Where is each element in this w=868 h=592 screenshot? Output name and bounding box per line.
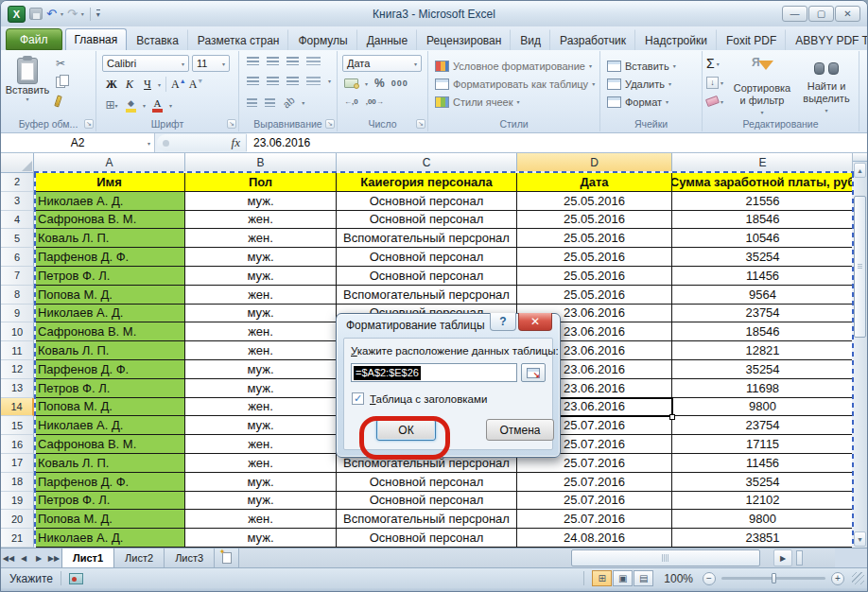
orientation-button[interactable]: ab — [281, 94, 297, 110]
delete-cells-button[interactable]: Удалить▾ — [602, 75, 700, 93]
cell-D8[interactable]: 25.05.2016 — [517, 286, 672, 305]
range-input[interactable]: =$A$2:$E$26 — [351, 363, 517, 382]
cell-D19[interactable]: 25.07.2016 — [517, 492, 672, 511]
bold-button[interactable]: Ж — [104, 77, 119, 92]
row-header-11[interactable]: 11 — [1, 341, 34, 360]
underline-dropdown-icon[interactable]: ▾ — [158, 81, 161, 88]
column-header-E[interactable]: E — [672, 153, 854, 173]
alignment-dialog-launcher-icon[interactable]: ↘ — [325, 119, 335, 129]
column-header-A[interactable]: A — [34, 153, 185, 173]
sheet-tab-Лист1[interactable]: Лист1 — [61, 548, 114, 567]
cell-E15[interactable]: 23754 — [672, 416, 854, 435]
align-middle-button[interactable] — [267, 57, 279, 65]
font-family-select[interactable]: Calibri▾ — [102, 55, 189, 72]
paste-button[interactable]: Вставить ▾ — [6, 55, 49, 117]
name-box-dropdown-icon[interactable]: ▾ — [148, 140, 150, 147]
sheet-tab-Лист3[interactable]: Лист3 — [165, 548, 215, 567]
cell-E8[interactable]: 9564 — [672, 286, 854, 305]
cell-E7[interactable]: 11456 — [672, 267, 854, 286]
zoom-level[interactable]: 100% — [664, 572, 693, 585]
decrease-decimal-button[interactable]: ,00→ — [366, 97, 384, 106]
cell-A9[interactable]: Николаев А. Д. — [34, 305, 185, 323]
cell-A2[interactable]: Имя — [34, 173, 185, 192]
tab-Надстройки[interactable]: Надстройки — [635, 29, 717, 50]
insert-cells-button[interactable]: Вставить▾ — [602, 57, 700, 75]
wrap-text-button[interactable] — [306, 57, 321, 65]
row-header-10[interactable]: 10 — [1, 322, 34, 341]
cell-styles-button[interactable]: Стили ячеек▾ — [430, 93, 598, 111]
format-button[interactable]: Формат▾ — [602, 93, 700, 111]
align-right-button[interactable] — [286, 77, 299, 85]
cell-E19[interactable]: 12102 — [672, 492, 854, 511]
headers-checkbox[interactable]: ✓ — [352, 392, 364, 405]
redo-icon[interactable]: ↷ — [67, 8, 78, 20]
cell-C5[interactable]: Вспомогательный персронал — [337, 229, 517, 248]
row-header-21[interactable]: 21 — [1, 529, 34, 548]
insert-sheet-button[interactable] — [215, 548, 239, 567]
increase-decimal-button[interactable]: ←,0 — [344, 97, 358, 106]
cell-E12[interactable]: 35254 — [672, 360, 854, 379]
resize-grip[interactable] — [852, 572, 864, 584]
cell-A12[interactable]: Парфенов Д. Ф. — [34, 360, 185, 379]
row-header-17[interactable]: 17 — [1, 454, 34, 473]
cell-C8[interactable]: Вспомогательный персронал — [337, 286, 517, 305]
cell-C19[interactable]: Основной персонал — [337, 492, 517, 511]
tab-Главная[interactable]: Главная — [65, 28, 128, 50]
cell-C3[interactable]: Основной персонал — [337, 192, 517, 211]
vertical-split-handle[interactable] — [853, 153, 867, 162]
row-header-19[interactable]: 19 — [1, 492, 34, 511]
row-header-2[interactable]: 2 — [1, 173, 34, 192]
scroll-up-icon[interactable]: ▲ — [854, 163, 866, 178]
align-top-button[interactable] — [247, 57, 259, 65]
align-center-button[interactable] — [267, 77, 279, 85]
row-header-12[interactable]: 12 — [1, 360, 34, 379]
cell-A13[interactable]: Петров Ф. Л. — [34, 379, 185, 398]
cell-A6[interactable]: Парфенов Д. Ф. — [34, 248, 185, 267]
cell-E18[interactable]: 35254 — [672, 473, 854, 492]
zoom-slider-thumb[interactable] — [772, 573, 776, 583]
number-format-select[interactable]: Дата▾ — [342, 55, 422, 72]
horizontal-scrollbar[interactable]: ▶ — [239, 548, 835, 567]
autosum-button[interactable]: Σ▾ — [706, 56, 723, 71]
cell-B9[interactable]: муж. — [185, 305, 337, 323]
font-size-select[interactable]: 11▾ — [192, 55, 230, 72]
restore-button[interactable]: ▢ — [808, 6, 834, 22]
find-select-button[interactable]: Найти и выделить▾ — [795, 55, 858, 121]
cell-D2[interactable]: Дата — [517, 173, 672, 192]
cell-E21[interactable]: 23851 — [672, 529, 854, 548]
cell-A5[interactable]: Коваль Л. П. — [34, 229, 185, 248]
cell-B7[interactable]: муж. — [185, 267, 337, 286]
clear-button[interactable]: ▾ — [706, 94, 723, 109]
cell-B10[interactable]: жен. — [185, 322, 337, 341]
undo-dropdown-icon[interactable]: ▾ — [61, 10, 63, 17]
cell-B16[interactable]: жен. — [185, 435, 337, 454]
row-header-7[interactable]: 7 — [1, 267, 34, 286]
tab-Рецензирован[interactable]: Рецензирован — [417, 29, 511, 50]
minimize-button[interactable]: — — [782, 6, 807, 22]
cell-A15[interactable]: Николаев А. Д. — [34, 416, 185, 435]
insert-function-button[interactable]: fx — [232, 135, 240, 150]
align-bottom-button[interactable] — [286, 57, 299, 65]
cell-B2[interactable]: Пол — [185, 173, 337, 192]
select-all-corner[interactable] — [1, 153, 34, 173]
italic-button[interactable]: К — [122, 77, 137, 92]
horizontal-scroll-thumb[interactable] — [571, 549, 760, 566]
cell-C20[interactable]: Вспомогательный персронал — [337, 510, 517, 529]
row-header-8[interactable]: 8 — [1, 286, 34, 305]
cut-button[interactable]: ✂ — [56, 57, 73, 70]
cell-E10[interactable]: 18546 — [672, 322, 854, 341]
cell-B5[interactable]: жен. — [185, 229, 337, 248]
column-header-C[interactable]: C — [337, 153, 517, 173]
cell-D20[interactable]: 25.07.2016 — [517, 510, 672, 529]
cell-D6[interactable]: 25.05.2016 — [517, 248, 672, 267]
cell-A7[interactable]: Петров Ф. Л. — [34, 267, 185, 286]
tab-Разработчик[interactable]: Разработчик — [550, 29, 635, 50]
cell-B13[interactable]: муж. — [185, 379, 337, 398]
font-color-button[interactable]: А — [152, 98, 163, 113]
conditional-formatting-button[interactable]: Условное форматирование▾ — [430, 57, 598, 75]
cell-D4[interactable]: 25.05.2016 — [517, 211, 672, 230]
cell-C2[interactable]: Каиегория персонала — [337, 173, 517, 192]
comma-style-button[interactable]: 000 — [391, 78, 408, 88]
format-painter-button[interactable] — [56, 95, 73, 108]
zoom-slider[interactable] — [721, 577, 825, 580]
